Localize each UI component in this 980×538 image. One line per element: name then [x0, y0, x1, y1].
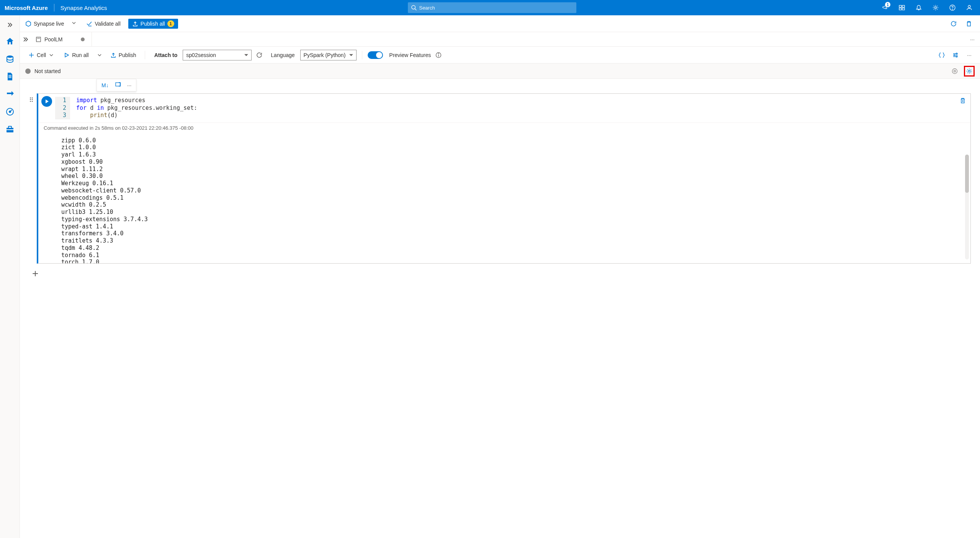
feedback-button[interactable]: 1 — [877, 0, 893, 15]
notifications-button[interactable] — [911, 0, 926, 15]
global-search-input[interactable] — [419, 5, 573, 11]
svg-point-35 — [956, 53, 957, 54]
stop-icon — [952, 68, 958, 74]
tab-more-button[interactable]: ··· — [965, 32, 980, 46]
play-icon — [44, 99, 49, 104]
settings-panel-button[interactable] — [950, 50, 961, 60]
add-cell-below-button[interactable]: + — [29, 267, 971, 280]
session-config-button[interactable] — [964, 66, 975, 77]
convert-markdown-button[interactable]: M↓ — [100, 82, 110, 89]
svg-rect-20 — [7, 129, 13, 130]
validate-all-label: Validate all — [95, 21, 120, 27]
code-editor[interactable]: 123 import pkg_resources for d in pkg_re… — [38, 94, 970, 122]
directory-icon — [899, 5, 905, 11]
upload-icon — [110, 52, 116, 58]
rail-develop[interactable] — [3, 70, 17, 83]
database-icon — [5, 54, 15, 64]
run-cell-button[interactable] — [41, 96, 52, 107]
status-dot-icon — [25, 68, 31, 74]
svg-line-1 — [415, 9, 417, 10]
tab-notebook[interactable]: PoolLM — [31, 32, 92, 46]
output-scrollbar-thumb[interactable] — [965, 155, 969, 193]
rail-manage[interactable] — [3, 122, 17, 136]
more-options-button[interactable]: ··· — [964, 50, 975, 60]
rail-integrate[interactable] — [3, 87, 17, 101]
bell-icon — [916, 5, 922, 11]
trash-icon — [960, 98, 966, 104]
svg-rect-6 — [899, 8, 901, 10]
code-cell: 123 import pkg_resources for d in pkg_re… — [37, 93, 971, 264]
refresh-workspace-button[interactable] — [948, 18, 959, 29]
global-search[interactable] — [408, 2, 576, 13]
document-icon — [5, 72, 15, 81]
rail-monitor[interactable] — [3, 105, 17, 119]
line-gutter: 123 — [55, 97, 70, 119]
stop-session-button[interactable] — [949, 66, 960, 77]
svg-point-8 — [935, 7, 937, 9]
rail-expand-button[interactable] — [0, 19, 20, 31]
sliders-icon — [952, 52, 959, 58]
side-rail — [0, 15, 20, 538]
rail-home[interactable] — [3, 34, 17, 48]
info-icon[interactable] — [435, 52, 442, 58]
feedback-badge: 1 — [885, 2, 890, 7]
refresh-icon — [951, 21, 957, 27]
status-text: Not started — [34, 68, 61, 74]
cell-output: zipp 0.6.0 zict 1.0.0 yarl 1.6.3 xgboost… — [38, 133, 970, 263]
svg-point-12 — [7, 55, 13, 58]
brand-label: Microsoft Azure — [5, 5, 54, 11]
workspace-mode-dropdown[interactable] — [71, 20, 77, 27]
question-icon — [949, 5, 955, 11]
directory-button[interactable] — [894, 0, 910, 15]
chevron-down-icon — [97, 52, 103, 58]
workspace-mode[interactable]: Synapse live — [25, 21, 67, 27]
code-content[interactable]: import pkg_resources for d in pkg_resour… — [70, 97, 197, 119]
discard-button[interactable] — [963, 18, 975, 29]
account-button[interactable] — [962, 0, 977, 15]
language-label: Language — [267, 52, 297, 58]
collapse-icon — [115, 82, 121, 88]
language-select[interactable]: PySpark (Python) — [300, 50, 357, 60]
notebook-surface: M↓ ··· ⠿ — [20, 79, 980, 538]
publish-label: Publish — [119, 52, 136, 58]
settings-button[interactable] — [928, 0, 943, 15]
add-cell-label: Cell — [37, 52, 46, 58]
session-status-button[interactable] — [255, 51, 264, 60]
publish-all-button[interactable]: Publish all 1 — [128, 19, 178, 29]
person-icon — [966, 5, 972, 11]
chevron-right-double-icon — [7, 22, 13, 28]
azure-header: Microsoft Azure Synapse Analytics 1 — [0, 0, 980, 15]
chevron-down-icon — [71, 20, 77, 26]
delete-cell-button[interactable] — [960, 98, 966, 105]
attach-to-label: Attach to — [151, 52, 180, 58]
svg-rect-4 — [899, 5, 901, 7]
cell-collapse-button[interactable] — [113, 81, 123, 90]
run-all-dropdown[interactable] — [95, 51, 104, 60]
cell-more-button[interactable]: ··· — [126, 82, 133, 89]
publish-count-badge: 1 — [167, 20, 174, 27]
run-all-button[interactable]: Run all — [61, 51, 92, 60]
attach-to-select[interactable]: sp02session — [183, 50, 252, 60]
refresh-icon — [256, 52, 262, 58]
service-label: Synapse Analytics — [61, 5, 107, 11]
validate-all-button[interactable]: Validate all — [86, 21, 120, 27]
trash-icon — [966, 21, 972, 27]
cell-drag-handle[interactable]: ⠿ — [29, 93, 34, 104]
publish-button[interactable]: Publish — [107, 51, 139, 60]
gear-icon — [966, 68, 972, 74]
separator — [362, 51, 362, 59]
notebook-toolbar: Cell Run all Publish Attach to sp02se — [20, 47, 980, 64]
help-button[interactable] — [945, 0, 960, 15]
add-cell-button[interactable]: Cell — [25, 51, 57, 60]
search-icon — [411, 5, 417, 11]
svg-rect-7 — [902, 8, 905, 10]
tab-expand-button[interactable] — [20, 32, 31, 46]
preview-toggle[interactable] — [368, 51, 383, 59]
svg-rect-13 — [8, 75, 11, 76]
plus-icon — [28, 52, 34, 58]
language-value: PySpark (Python) — [304, 52, 346, 58]
variables-button[interactable] — [936, 50, 947, 60]
rail-data[interactable] — [3, 52, 17, 66]
hexagon-icon — [25, 21, 31, 27]
svg-rect-41 — [116, 83, 120, 86]
